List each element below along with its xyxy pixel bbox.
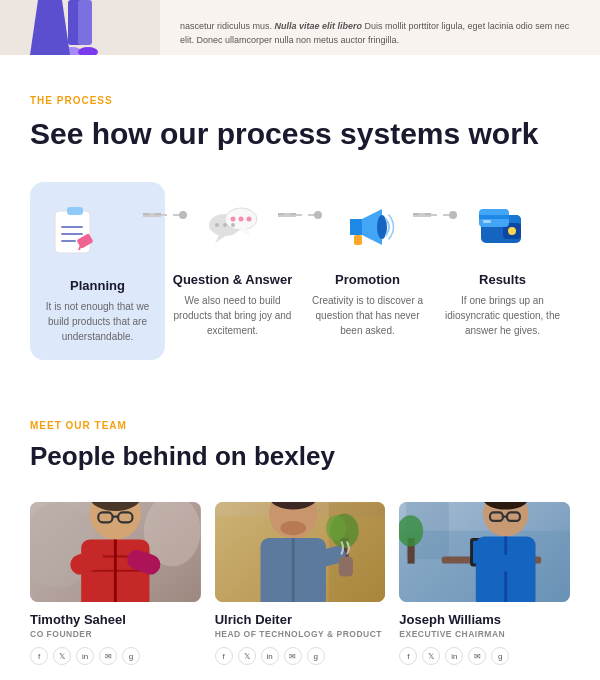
team-section: MEET OUR TEAM People behind on bexley xyxy=(0,390,600,680)
svg-marker-13 xyxy=(215,235,227,243)
step-qa: Question & Answer We also need to build … xyxy=(165,182,300,338)
joseph-social-linkedin[interactable]: in xyxy=(445,647,463,665)
planning-desc: It is not enough that we build products … xyxy=(40,299,155,344)
timothy-photo xyxy=(30,502,201,602)
svg-point-55 xyxy=(280,521,306,535)
ulrich-social-twitter[interactable]: 𝕏 xyxy=(238,647,256,665)
top-partial-section: nascetur ridiculus mus. Nulla vitae elit… xyxy=(0,0,600,55)
top-text-before: nascetur ridiculus mus. xyxy=(180,21,275,31)
svg-point-17 xyxy=(238,217,243,222)
ulrich-social-email[interactable]: ✉ xyxy=(284,647,302,665)
svg-point-18 xyxy=(246,217,251,222)
joseph-social-twitter[interactable]: 𝕏 xyxy=(422,647,440,665)
svg-rect-6 xyxy=(67,207,83,215)
svg-rect-59 xyxy=(338,557,352,577)
svg-rect-32 xyxy=(483,220,491,223)
ulrich-role: HEAD OF TECHNOLOGY & PRODUCT xyxy=(215,629,386,639)
team-tag: MEET OUR TEAM xyxy=(30,420,570,431)
svg-rect-25 xyxy=(354,235,362,245)
joseph-role: EXECUTIVE CHAIRMAN xyxy=(399,629,570,639)
qa-icon xyxy=(203,197,263,257)
ulrich-name: Ulrich Deiter xyxy=(215,612,386,627)
promotion-icon xyxy=(338,197,398,257)
planning-name: Planning xyxy=(40,278,155,293)
svg-rect-2 xyxy=(78,0,92,45)
svg-point-52 xyxy=(326,515,346,541)
step-promotion: Promotion Creativity is to discover a qu… xyxy=(300,182,435,338)
timothy-socials[interactable]: f 𝕏 in ✉ g xyxy=(30,647,201,665)
ulrich-socials[interactable]: f 𝕏 in ✉ g xyxy=(215,647,386,665)
promotion-name: Promotion xyxy=(335,272,400,287)
svg-point-21 xyxy=(231,223,235,227)
qa-name: Question & Answer xyxy=(173,272,292,287)
step-results: Results If one brings up an idiosyncrati… xyxy=(435,182,570,338)
results-icon xyxy=(473,197,533,257)
connector-1 xyxy=(143,214,187,216)
top-text-strong: Nulla vitae elit libero xyxy=(275,21,363,31)
ulrich-social-linkedin[interactable]: in xyxy=(261,647,279,665)
step-planning: Planning It is not enough that we build … xyxy=(30,182,165,360)
planning-icon xyxy=(45,203,105,263)
process-title: See how our process systems work xyxy=(30,116,570,152)
timothy-social-google[interactable]: g xyxy=(122,647,140,665)
svg-point-20 xyxy=(223,223,227,227)
timothy-role: CO FOUNDER xyxy=(30,629,201,639)
joseph-name: Joseph Williams xyxy=(399,612,570,627)
process-section: THE PROCESS See how our process systems … xyxy=(0,55,600,390)
timothy-social-email[interactable]: ✉ xyxy=(99,647,117,665)
svg-point-29 xyxy=(508,227,516,235)
team-card-joseph: Joseph Williams EXECUTIVE CHAIRMAN f 𝕏 i… xyxy=(399,502,570,665)
joseph-social-email[interactable]: ✉ xyxy=(468,647,486,665)
team-title: People behind on bexley xyxy=(30,441,570,472)
results-icon-wrap xyxy=(468,192,538,262)
qa-icon-wrap xyxy=(198,192,268,262)
joseph-photo xyxy=(399,502,570,602)
timothy-social-facebook[interactable]: f xyxy=(30,647,48,665)
svg-marker-15 xyxy=(239,229,251,237)
team-card-ulrich: Ulrich Deiter HEAD OF TECHNOLOGY & PRODU… xyxy=(215,502,386,665)
svg-rect-23 xyxy=(350,219,362,235)
promotion-icon-wrap xyxy=(333,192,403,262)
svg-point-19 xyxy=(215,223,219,227)
joseph-socials[interactable]: f 𝕏 in ✉ g xyxy=(399,647,570,665)
results-name: Results xyxy=(479,272,526,287)
ulrich-social-facebook[interactable]: f xyxy=(215,647,233,665)
process-steps-container: Planning It is not enough that we build … xyxy=(30,182,570,360)
promotion-desc: Creativity is to discover a question tha… xyxy=(300,293,435,338)
connector-3 xyxy=(413,214,457,216)
top-text-block: nascetur ridiculus mus. Nulla vitae elit… xyxy=(160,12,570,55)
joseph-social-google[interactable]: g xyxy=(491,647,509,665)
svg-point-16 xyxy=(230,217,235,222)
top-figure xyxy=(0,0,160,55)
team-grid: Timothy Saheel CO FOUNDER f 𝕏 in ✉ g xyxy=(30,502,570,665)
timothy-social-linkedin[interactable]: in xyxy=(76,647,94,665)
results-desc: If one brings up an idiosyncratic questi… xyxy=(435,293,570,338)
joseph-social-facebook[interactable]: f xyxy=(399,647,417,665)
ulrich-social-google[interactable]: g xyxy=(307,647,325,665)
process-tag: THE PROCESS xyxy=(30,95,570,106)
connector-2 xyxy=(278,214,322,216)
svg-rect-31 xyxy=(479,215,509,219)
qa-desc: We also need to build products that brin… xyxy=(165,293,300,338)
timothy-name: Timothy Saheel xyxy=(30,612,201,627)
ulrich-photo xyxy=(215,502,386,602)
planning-icon-wrap xyxy=(40,198,110,268)
team-card-timothy: Timothy Saheel CO FOUNDER f 𝕏 in ✉ g xyxy=(30,502,201,665)
timothy-social-twitter[interactable]: 𝕏 xyxy=(53,647,71,665)
